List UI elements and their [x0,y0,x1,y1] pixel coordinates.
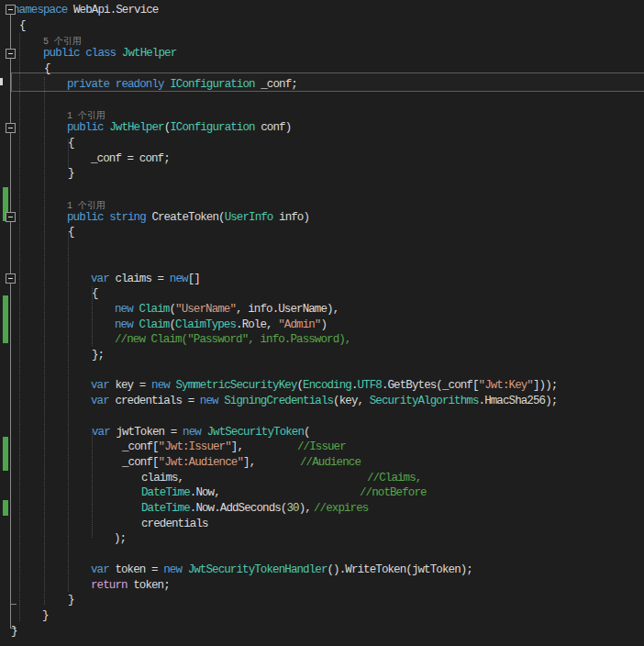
code-line[interactable]: var claims = new[] [0,273,644,288]
code-segment: var key = new SymmetricSecurityKey(Encod… [91,379,557,393]
fold-toggle-collapse-icon[interactable] [6,123,16,133]
token: Claim [139,303,169,316]
token: { [68,226,74,239]
code-line[interactable]: var credentials = new SigningCredentials… [0,395,644,410]
code-segment: //expires [314,502,368,516]
token: token = [109,563,163,576]
code-segment: var token = new JwtSecurityTokenHandler(… [91,563,472,577]
code-line[interactable]: }; [0,349,644,364]
token: ) [320,318,327,331]
code-segment: } [68,594,74,607]
token: var [91,563,109,576]
code-line[interactable]: credentials [0,518,644,533]
token: public [67,121,109,134]
token: credentials = [109,395,200,407]
code-segment: _conf["Jwt:Audience"], [122,456,255,470]
token: new [115,303,139,316]
fold-toggle-collapse-icon[interactable] [6,212,16,222]
code-segment: return token; [91,579,170,593]
token: "Admin" [278,318,320,331]
code-segment: var claims = new[] [91,273,200,286]
token: Claim [139,318,169,331]
token: ClaimTypes [175,318,236,331]
token: ( [304,426,310,439]
code-segment: { [68,137,74,150]
code-segment: ); [114,532,126,546]
code-line[interactable]: { [0,137,644,152]
code-line[interactable]: { [0,62,644,78]
code-line[interactable]: { [0,19,644,35]
token: //expires [314,502,368,515]
token: 1 个引用 [67,111,105,121]
code-editor: namespace WebApi.Service{5 个引用public cla… [0,0,644,646]
token: _conf[ [122,440,159,453]
code-line[interactable]: { [0,287,644,303]
code-line[interactable]: } [0,609,644,625]
code-line[interactable]: private readonly IConfiguration _conf; [0,78,644,94]
fold-toggle-collapse-icon[interactable] [6,49,16,59]
token: } [68,167,74,180]
code-segment: //Audience [300,456,361,470]
code-line[interactable]: public string CreateToken(UserInfo info) [0,211,644,227]
token: JwtHelper [122,47,176,60]
code-segment: //notBefore [360,486,427,500]
code-segment: public JwtHelper(IConfiguration conf) [67,121,291,135]
code-line[interactable]: var jwtToken = new JwtSecurityToken( [0,426,644,441]
token: .Now, [190,486,220,499]
code-line[interactable]: namespace WebApi.Service [0,4,644,19]
code-segment: { [44,62,50,76]
code-line[interactable]: _conf["Jwt:Audience"],//Audience [0,456,644,472]
code-segment: //new Claim("Password", info.Password), [115,333,350,347]
token: conf) [255,121,292,134]
token: JwtSecurityTokenHandler [188,563,328,576]
code-line[interactable]: ); [0,532,644,548]
code-segment: public class JwtHelper [43,47,176,61]
token: new [115,318,139,331]
token: } [11,625,17,638]
code-line[interactable]: public class JwtHelper [0,47,644,62]
code-line[interactable]: //new Claim("Password", info.Password), [0,333,644,349]
token: var [91,273,109,285]
token: SecurityAlgorithms [370,395,479,407]
token: Encoding [303,379,351,392]
code-line[interactable]: _conf = conf; [0,152,644,168]
token: (key, [333,395,370,407]
token: DateTime [141,502,190,515]
token: { [68,137,74,150]
code-line[interactable]: new Claim("UserName", info.UserName), [0,303,644,318]
token: key = [109,379,151,392]
code-line[interactable]: } [0,167,644,183]
token: { [44,62,50,75]
code-area[interactable]: namespace WebApi.Service{5 个引用public cla… [0,0,644,646]
code-line[interactable]: DateTime.Now.AddSeconds(30),//expires [0,502,644,518]
token: credentials [141,518,208,530]
code-segment: //Claims, [367,472,421,485]
fold-toggle-collapse-icon[interactable] [6,5,16,15]
token: _conf[ [122,456,159,469]
code-line[interactable]: { [0,226,644,241]
code-segment: claims, [141,472,183,485]
code-line[interactable]: public JwtHelper(IConfiguration conf) [0,121,644,137]
token: "Jwt:Key" [479,379,533,392]
code-segment: } [42,609,49,623]
code-line[interactable]: var token = new JwtSecurityTokenHandler(… [0,563,644,579]
fold-toggle-collapse-icon[interactable] [6,273,16,284]
code-line[interactable]: _conf["Jwt:Issuer"],//Issuer [0,440,644,456]
token: //new Claim("Password", info.Password), [115,333,350,346]
token: ); [114,532,126,545]
token: new [200,395,218,407]
code-line[interactable]: DateTime.Now,//notBefore [0,486,644,502]
token: return [91,579,128,592]
code-line[interactable]: } [0,594,644,609]
code-line[interactable]: } [0,625,644,640]
token: }; [92,349,104,362]
code-line[interactable]: return token; [0,579,644,595]
token: UserInfo [225,211,273,224]
token: namespace [13,4,67,17]
code-line[interactable]: claims,//Claims, [0,472,644,487]
code-segment: { [19,19,26,33]
token: var [91,379,109,392]
token: //Audience [300,456,361,469]
code-line[interactable]: new Claim(ClaimTypes.Role, "Admin") [0,318,644,334]
code-line[interactable]: var key = new SymmetricSecurityKey(Encod… [0,379,644,395]
